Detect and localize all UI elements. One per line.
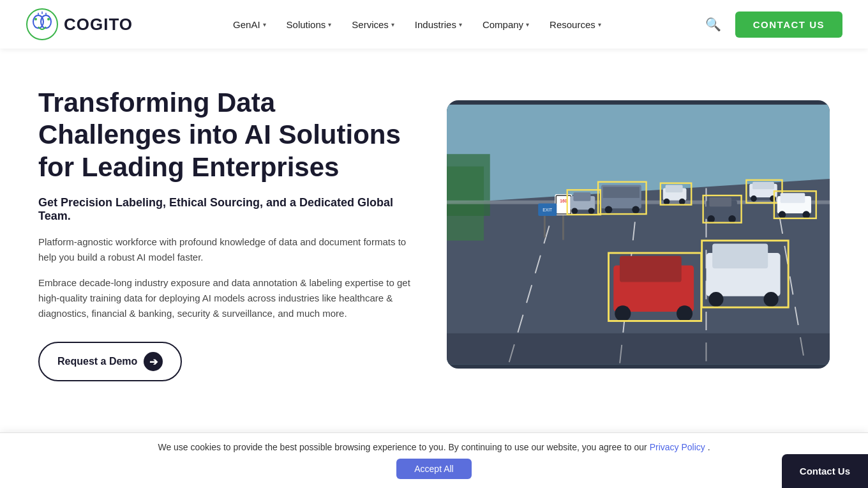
svg-point-42 <box>679 198 685 204</box>
svg-rect-40 <box>666 185 683 192</box>
svg-point-52 <box>677 305 692 321</box>
svg-rect-60 <box>603 187 640 197</box>
hero-section: Transforming Data Challenges into AI Sol… <box>0 49 868 407</box>
cookie-banner: We use cookies to provide the best possi… <box>0 432 868 488</box>
logo-text: COGITO <box>64 15 133 34</box>
svg-point-62 <box>632 206 640 213</box>
contact-float-button[interactable]: Contact Us <box>782 454 868 488</box>
svg-point-51 <box>615 305 631 321</box>
svg-point-46 <box>708 292 723 307</box>
svg-rect-64 <box>447 333 830 363</box>
hero-left: Transforming Data Challenges into AI Sol… <box>38 87 421 381</box>
accept-all-button[interactable]: Accept All <box>396 459 471 479</box>
svg-text:EXIT: EXIT <box>542 208 552 212</box>
chevron-down-icon: ▾ <box>459 21 462 28</box>
svg-point-27 <box>770 195 776 202</box>
hero-subtitle: Get Precision Labeling, Ethical Sourcing… <box>38 196 421 223</box>
svg-point-32 <box>802 211 810 218</box>
chevron-down-icon: ▾ <box>598 21 601 28</box>
svg-point-41 <box>664 198 670 204</box>
svg-point-56 <box>571 208 578 214</box>
hero-image: 160 EXIT <box>447 100 830 369</box>
cookie-text: We use cookies to provide the best possi… <box>158 442 710 452</box>
hero-title: Transforming Data Challenges into AI Sol… <box>38 87 421 183</box>
nav-item-industries[interactable]: Industries ▾ <box>406 14 471 35</box>
svg-rect-55 <box>573 192 590 201</box>
svg-point-31 <box>779 211 786 218</box>
nav-right: 🔍 CONTACT US <box>701 11 842 38</box>
svg-point-3 <box>34 18 37 20</box>
svg-point-26 <box>751 195 757 202</box>
chevron-down-icon: ▾ <box>391 21 394 28</box>
svg-point-2 <box>41 15 51 28</box>
privacy-policy-link[interactable]: Privacy Policy <box>650 442 708 452</box>
svg-rect-50 <box>620 255 682 282</box>
svg-point-57 <box>588 208 595 214</box>
search-icon: 🔍 <box>705 17 721 31</box>
svg-point-36 <box>707 215 715 223</box>
nav-item-solutions[interactable]: Solutions ▾ <box>278 14 341 35</box>
svg-rect-15 <box>447 154 490 216</box>
chevron-down-icon: ▾ <box>263 21 266 28</box>
search-button[interactable]: 🔍 <box>701 13 725 36</box>
arrow-right-icon: ➔ <box>144 352 163 371</box>
chevron-down-icon: ▾ <box>526 21 529 28</box>
contact-us-button[interactable]: CONTACT US <box>735 11 842 38</box>
svg-rect-45 <box>712 243 768 268</box>
nav-links: GenAI ▾ Solutions ▾ Services ▾ Industrie… <box>224 14 610 35</box>
svg-rect-25 <box>752 181 774 189</box>
logo-link[interactable]: COGITO <box>26 8 133 41</box>
svg-rect-23 <box>544 216 546 238</box>
request-demo-button[interactable]: Request a Demo ➔ <box>38 342 182 381</box>
hero-right: 160 EXIT <box>447 100 830 369</box>
svg-rect-35 <box>709 197 731 207</box>
svg-point-37 <box>728 215 736 223</box>
hero-body1: Platform-agnostic workforce with profoun… <box>38 234 421 265</box>
chevron-down-icon: ▾ <box>328 21 331 28</box>
hero-body2: Embrace decade-long industry exposure an… <box>38 275 421 321</box>
nav-item-genai[interactable]: GenAI ▾ <box>224 14 275 35</box>
svg-point-4 <box>47 18 50 20</box>
svg-point-47 <box>763 292 778 307</box>
navbar: COGITO GenAI ▾ Solutions ▾ Services ▾ In… <box>0 0 868 49</box>
nav-item-services[interactable]: Services ▾ <box>343 14 403 35</box>
svg-rect-20 <box>562 215 564 240</box>
road-scene-svg: 160 EXIT <box>447 100 830 369</box>
logo-icon <box>26 8 59 41</box>
svg-rect-30 <box>781 193 805 202</box>
nav-item-resources[interactable]: Resources ▾ <box>541 14 610 35</box>
svg-text:160: 160 <box>560 198 567 202</box>
svg-point-61 <box>605 206 613 213</box>
nav-item-company[interactable]: Company ▾ <box>474 14 538 35</box>
